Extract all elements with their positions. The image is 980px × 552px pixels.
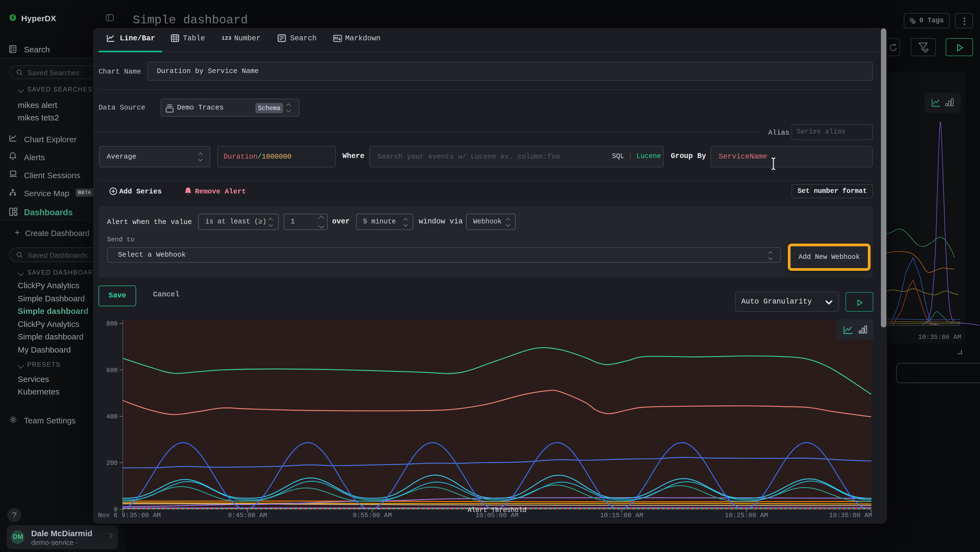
svg-text:10:15:00 AM: 10:15:00 AM (600, 512, 643, 519)
svg-text:9:45:00 AM: 9:45:00 AM (228, 512, 267, 519)
svg-text:10:35:00 AM: 10:35:00 AM (918, 333, 961, 341)
svg-text:10:35:00 AM: 10:35:00 AM (829, 512, 872, 519)
svg-text:10:25:00 AM: 10:25:00 AM (725, 512, 768, 519)
svg-text:Alert Threshold: Alert Threshold (468, 506, 527, 514)
svg-text:200: 200 (107, 459, 118, 467)
svg-text:800: 800 (107, 321, 118, 327)
svg-text:Nov 6 9:35:00 AM: Nov 6 9:35:00 AM (98, 512, 161, 519)
svg-text:9:55:00 AM: 9:55:00 AM (353, 512, 392, 519)
svg-text:400: 400 (107, 413, 118, 420)
svg-text:600: 600 (107, 367, 118, 374)
